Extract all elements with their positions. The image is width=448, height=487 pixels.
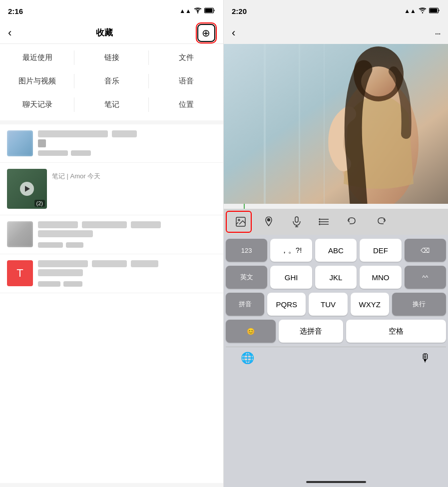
list-item[interactable]: (2) 笔记 | Amor 今天 <box>0 163 223 215</box>
category-recent[interactable]: 最近使用 <box>0 46 74 69</box>
redo-tool-button[interactable] <box>368 211 394 233</box>
key-ghi[interactable]: GHI <box>270 266 312 289</box>
svg-rect-16 <box>295 217 298 222</box>
key-pqrs[interactable]: PQRS <box>267 293 306 316</box>
key-english[interactable]: 英文 <box>226 266 267 289</box>
list-item[interactable] <box>0 215 223 254</box>
svg-rect-5 <box>430 8 438 12</box>
nav-bar-left: ‹ 收藏 ⊕ <box>0 22 223 44</box>
time-left: 2:16 <box>8 7 23 15</box>
left-panel: 2:16 ▲▲ ‹ 收藏 ⊕ 最近使用 链接 文件 图片与视频 音乐 语音 聊天 <box>0 0 224 487</box>
keyboard-row-1: 123 ，。?! ABC DEF ⌫ <box>226 239 446 262</box>
category-chat[interactable]: 聊天记录 <box>0 93 74 116</box>
bottom-mic-icon[interactable]: 🎙 <box>420 352 431 365</box>
undo-tool-button[interactable] <box>340 211 366 233</box>
toolbar-area <box>224 209 448 235</box>
back-button-left[interactable]: ‹ <box>8 26 11 39</box>
item-thumbnail <box>7 130 33 156</box>
category-file[interactable]: 文件 <box>149 46 223 69</box>
title-blur-1 <box>38 260 88 267</box>
item-content <box>38 221 216 248</box>
status-bar-left: 2:16 ▲▲ <box>0 0 223 22</box>
category-music[interactable]: 音乐 <box>74 69 149 93</box>
key-select-pinyin[interactable]: 选拼音 <box>279 320 344 343</box>
mic-tool-button[interactable] <box>284 211 310 233</box>
background-image <box>224 44 448 204</box>
meta-blur-2 <box>71 150 91 156</box>
key-enter[interactable]: 换行 <box>392 293 446 316</box>
signal-icon-left: ▲▲ <box>179 7 191 14</box>
wifi-icon-right <box>419 6 427 15</box>
svg-point-0 <box>197 12 198 13</box>
wifi-icon-left <box>194 6 202 15</box>
item-thumbnail <box>7 221 33 247</box>
subtitle-blur <box>38 230 93 237</box>
item-content <box>38 130 216 156</box>
svg-rect-7 <box>264 44 266 204</box>
key-emoji[interactable]: 😊 <box>226 320 276 343</box>
video-thumbnail: (2) <box>7 169 47 209</box>
thumbnail-red: T <box>7 260 33 286</box>
signal-icon-right: ▲▲ <box>404 7 416 14</box>
mic-icon <box>291 216 303 228</box>
svg-rect-9 <box>324 44 325 204</box>
add-button-container: ⊕ <box>197 24 215 42</box>
meta-blur-1 <box>38 150 68 156</box>
key-caps[interactable]: ^^ <box>405 266 446 289</box>
meta-blur-1 <box>38 281 60 287</box>
image-tool-button[interactable] <box>228 211 254 233</box>
category-link[interactable]: 链接 <box>74 46 149 69</box>
more-button[interactable]: ··· <box>435 27 440 39</box>
key-space[interactable]: 空格 <box>346 320 446 343</box>
key-jkl[interactable]: JKL <box>315 266 357 289</box>
key-abc[interactable]: ABC <box>315 239 357 262</box>
status-bar-right: 2:20 ▲▲ <box>224 0 448 22</box>
key-123[interactable]: 123 <box>226 239 267 262</box>
title-blur-2 <box>92 260 127 267</box>
page-title-left: 收藏 <box>96 27 113 38</box>
key-pinyin[interactable]: 拼音 <box>226 293 264 316</box>
status-icons-left: ▲▲ <box>179 6 215 15</box>
svg-point-22 <box>319 219 320 220</box>
item-subtitle <box>38 269 216 278</box>
add-button[interactable]: ⊕ <box>197 24 215 42</box>
category-section: 最近使用 链接 文件 图片与视频 音乐 语音 聊天记录 笔记 位置 <box>0 44 223 120</box>
title-blur-2 <box>112 130 137 137</box>
title-blur-1 <box>38 130 108 137</box>
location-tool-button[interactable] <box>256 211 282 233</box>
list-item[interactable] <box>0 124 223 163</box>
category-media[interactable]: 图片与视频 <box>0 69 74 93</box>
keyboard-area: 123 ，。?! ABC DEF ⌫ 英文 GHI JKL MNO ^^ 拼音 … <box>224 235 448 487</box>
meta-blur-2 <box>66 242 83 248</box>
key-def[interactable]: DEF <box>360 239 401 262</box>
svg-rect-8 <box>299 44 300 204</box>
play-icon <box>20 182 34 196</box>
status-icons-right: ▲▲ <box>404 6 440 15</box>
bottom-bar: 🌐 🎙 <box>226 347 446 369</box>
back-button-right[interactable]: ‹ <box>232 26 235 39</box>
category-note[interactable]: 笔记 <box>74 93 149 116</box>
svg-point-23 <box>319 221 320 222</box>
subtitle-blur <box>38 269 83 276</box>
home-indicator <box>306 481 366 483</box>
redo-icon <box>375 216 387 228</box>
key-punct[interactable]: ，。?! <box>270 239 312 262</box>
svg-rect-2 <box>205 8 213 12</box>
video-count: (2) <box>34 200 45 207</box>
svg-point-15 <box>268 219 270 221</box>
keyboard-row-3: 拼音 PQRS TUV WXYZ 换行 <box>226 293 446 316</box>
globe-icon[interactable]: 🌐 <box>241 352 254 365</box>
key-tuv[interactable]: TUV <box>309 293 347 316</box>
key-backspace[interactable]: ⌫ <box>405 239 446 262</box>
item-title <box>38 260 216 267</box>
key-mno[interactable]: MNO <box>360 266 401 289</box>
category-location[interactable]: 位置 <box>149 93 223 116</box>
item-thumbnail: T <box>7 260 33 286</box>
list-tool-button[interactable] <box>312 211 338 233</box>
key-wxyz[interactable]: WXYZ <box>351 293 389 316</box>
item-content: 笔记 | Amor 今天 <box>52 169 216 181</box>
category-voice[interactable]: 语音 <box>149 69 223 93</box>
list-item[interactable]: T <box>0 254 223 293</box>
time-right: 2:20 <box>232 7 247 15</box>
item-meta <box>38 242 216 248</box>
